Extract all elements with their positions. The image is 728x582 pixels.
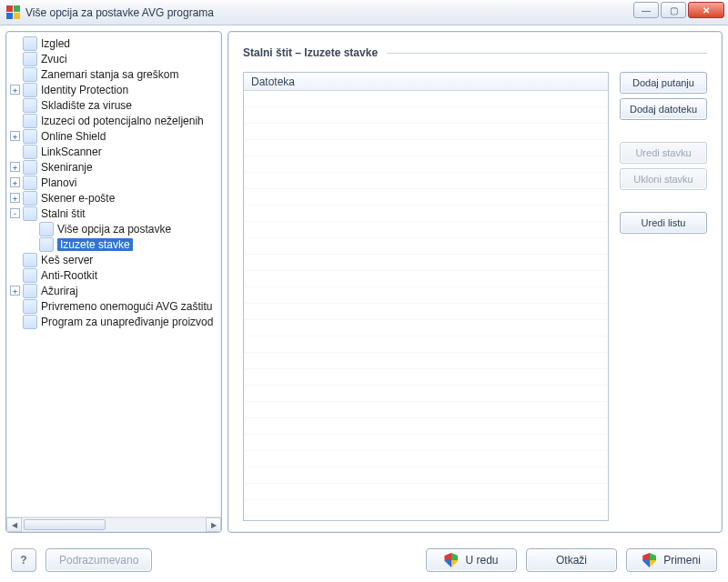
tree-item[interactable]: Izgled — [8, 35, 219, 51]
page-icon — [23, 191, 37, 206]
scroll-thumb[interactable] — [24, 519, 106, 530]
tree-item-label: Keš server — [41, 254, 93, 266]
tree-item[interactable]: Izuzete stavke — [8, 236, 219, 252]
tree-item[interactable]: +Planovi — [8, 175, 219, 190]
expander-placeholder — [26, 224, 36, 234]
tree-item[interactable]: Program za unapređivanje proizvod — [8, 314, 219, 329]
tree-item[interactable]: -Stalni štit — [8, 206, 219, 221]
tree-item[interactable]: +Online Shield — [8, 128, 219, 144]
apply-label: Primeni — [663, 554, 701, 567]
content-panel: Stalni štit – Izuzete stavke Datoteka Do… — [228, 31, 723, 533]
maximize-button[interactable]: ▢ — [661, 2, 686, 18]
add-path-button[interactable]: Dodaj putanju — [620, 72, 707, 94]
footer-bar: ? Podrazumevano U redu Otkaži Primeni — [0, 538, 728, 582]
expander-placeholder — [10, 38, 20, 48]
page-icon — [23, 268, 37, 283]
ok-button[interactable]: U redu — [426, 548, 517, 572]
tree-item[interactable]: Keš server — [8, 252, 219, 267]
help-button[interactable]: ? — [11, 548, 36, 572]
tree-item-label: Ažuriraj — [41, 285, 78, 297]
page-icon — [23, 52, 37, 66]
tree-item-label: Planovi — [41, 176, 76, 189]
tree-item-label: Zvuci — [41, 53, 67, 65]
minimize-button[interactable]: — — [633, 2, 659, 18]
ok-label: U redu — [465, 554, 498, 567]
expander-placeholder — [10, 54, 20, 64]
tree-item-label: Program za unapređivanje proizvod — [41, 316, 213, 328]
expander-placeholder — [10, 69, 20, 79]
scroll-left-button[interactable]: ◀ — [6, 517, 22, 532]
tree-item[interactable]: LinkScanner — [8, 144, 219, 159]
nav-tree-scroll[interactable]: IzgledZvuciZanemari stanja sa greškom+Id… — [6, 32, 221, 517]
tree-item-label: Izgled — [41, 37, 70, 50]
tree-item-label: Skladište za viruse — [41, 99, 132, 112]
remove-item-button[interactable]: Ukloni stavku — [620, 168, 707, 190]
tree-item-label: Izuzete stavke — [57, 238, 133, 251]
page-icon — [23, 36, 37, 51]
collapse-icon[interactable]: - — [10, 208, 20, 218]
tree-item[interactable]: +Ažuriraj — [8, 283, 219, 298]
tree-item-label: Identity Protection — [41, 84, 128, 96]
title-bar: Više opcija za postavke AVG programa — ▢… — [0, 0, 728, 25]
scroll-right-button[interactable]: ▶ — [206, 517, 221, 532]
section-title: Stalni štit – Izuzete stavke — [243, 46, 378, 59]
tree-item[interactable]: +Identity Protection — [8, 82, 219, 97]
exclusion-list[interactable]: Datoteka — [243, 72, 609, 521]
tree-item[interactable]: Više opcija za postavke — [8, 221, 219, 236]
expand-icon[interactable]: + — [10, 162, 20, 172]
tree-item-label: Zanemari stanja sa greškom — [41, 68, 178, 81]
tree-item-label: Više opcija za postavke — [57, 223, 171, 236]
tree-item[interactable]: +Skener e-pošte — [8, 190, 219, 206]
page-icon — [23, 206, 37, 221]
section-header: Stalni štit – Izuzete stavke — [243, 46, 707, 59]
horizontal-scrollbar[interactable]: ◀ ▶ — [6, 517, 221, 532]
expand-icon[interactable]: + — [10, 177, 20, 187]
content-body: Datoteka Dodaj putanju Dodaj datoteku Ur… — [243, 72, 707, 521]
page-icon — [23, 160, 37, 175]
column-file[interactable]: Datoteka — [244, 75, 302, 88]
nav-tree: IzgledZvuciZanemari stanja sa greškom+Id… — [8, 35, 219, 329]
page-icon — [23, 315, 37, 329]
shield-icon — [642, 553, 656, 567]
expander-placeholder — [10, 270, 20, 280]
page-icon — [23, 145, 37, 159]
list-rows[interactable] — [244, 91, 608, 520]
expand-icon[interactable]: + — [10, 85, 20, 95]
tree-item[interactable]: Izuzeci od potencijalno neželjenih — [8, 113, 219, 128]
section-rule — [387, 53, 707, 54]
defaults-button[interactable]: Podrazumevano — [46, 548, 152, 572]
tree-item-label: Online Shield — [41, 130, 106, 143]
scroll-track[interactable] — [22, 517, 206, 532]
apply-button[interactable]: Primeni — [626, 548, 717, 572]
expander-placeholder — [10, 301, 20, 311]
expander-placeholder — [10, 100, 20, 110]
tree-item-label: Izuzeci od potencijalno neželjenih — [41, 115, 204, 127]
expand-icon[interactable]: + — [10, 286, 20, 296]
window-title: Više opcija za postavke AVG programa — [25, 6, 214, 19]
expander-placeholder — [26, 239, 36, 249]
add-file-button[interactable]: Dodaj datoteku — [620, 98, 707, 120]
page-icon — [23, 299, 37, 314]
tree-item-label: Privremeno onemogući AVG zaštitu — [41, 300, 213, 313]
expand-icon[interactable]: + — [10, 193, 20, 203]
tree-item[interactable]: +Skeniranje — [8, 159, 219, 175]
list-header[interactable]: Datoteka — [244, 73, 608, 91]
side-buttons: Dodaj putanju Dodaj datoteku Uredi stavk… — [620, 72, 707, 521]
cancel-button[interactable]: Otkaži — [526, 548, 617, 572]
tree-item[interactable]: Zvuci — [8, 51, 219, 66]
tree-item[interactable]: Anti-Rootkit — [8, 267, 219, 283]
edit-list-button[interactable]: Uredi listu — [620, 212, 707, 234]
tree-item-label: Anti-Rootkit — [41, 269, 97, 282]
close-button[interactable]: ✕ — [688, 2, 724, 18]
page-icon — [23, 114, 37, 128]
tree-item[interactable]: Skladište za viruse — [8, 97, 219, 113]
client-area: IzgledZvuciZanemari stanja sa greškom+Id… — [0, 25, 728, 538]
tree-item[interactable]: Privremeno onemogući AVG zaštitu — [8, 298, 219, 314]
edit-item-button[interactable]: Uredi stavku — [620, 142, 707, 164]
tree-item[interactable]: Zanemari stanja sa greškom — [8, 66, 219, 82]
page-icon — [23, 253, 37, 267]
page-icon — [23, 67, 37, 82]
expander-placeholder — [10, 316, 20, 326]
expand-icon[interactable]: + — [10, 131, 20, 141]
page-icon — [23, 83, 37, 97]
